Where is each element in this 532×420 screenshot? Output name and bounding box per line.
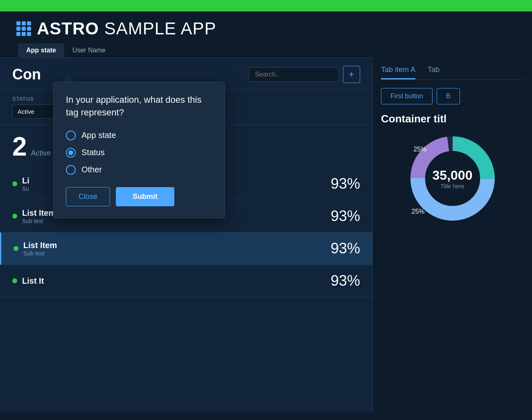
radio-label-app-state: App state [81, 131, 116, 140]
item-sub: Sub text [23, 250, 57, 257]
panel-title: Con [12, 66, 41, 83]
app-title-light: SAMPLE APP [99, 19, 216, 38]
item-value: 93% [331, 272, 360, 289]
item-title: Li [22, 176, 29, 185]
list-item[interactable]: List Item Sub text 93% [0, 233, 372, 265]
radio-item-status[interactable]: Status [66, 148, 212, 158]
donut-label-top: 25% [414, 146, 427, 153]
right-panel: Tab item A Tab First button B Container … [372, 57, 532, 413]
popup-question: In your application, what does this tag … [66, 94, 212, 119]
radio-group: App state Status Other [66, 131, 212, 175]
donut-label-bottom: 25% [412, 208, 425, 215]
right-tabs: Tab item A Tab [381, 65, 524, 80]
second-button[interactable]: B [437, 88, 460, 104]
add-button[interactable]: + [343, 66, 360, 83]
nav-tab-user-name[interactable]: User Name [64, 43, 114, 57]
item-sub: Sub text [22, 218, 56, 224]
item-value: 93% [331, 208, 360, 225]
radio-circle-app-state [66, 131, 76, 140]
status-dot-icon [12, 181, 17, 186]
radio-circle-status [66, 148, 76, 158]
main-content: Con + STATUS Active All Inactive ▼ [0, 57, 532, 413]
radio-item-app-state[interactable]: App state [66, 131, 212, 140]
donut-sublabel: Title here [433, 183, 473, 190]
radio-label-status: Status [81, 148, 105, 157]
header: ASTRO SAMPLE APP App state User Name [0, 11, 532, 57]
donut-center-values: 35,000 Title here [433, 168, 473, 190]
nav-tabs: App state User Name [18, 43, 516, 57]
popup-box: In your application, what does this tag … [53, 82, 225, 218]
status-dot-icon [14, 246, 18, 251]
close-button[interactable]: Close [66, 187, 110, 206]
popup-actions: Close Submit [66, 187, 212, 206]
radio-label-other: Other [81, 165, 102, 174]
list-item[interactable]: List It 93% [0, 265, 372, 297]
top-bar [0, 0, 532, 11]
item-sub: Su [22, 185, 29, 192]
radio-circle-other [66, 165, 76, 175]
item-title: List Item [22, 208, 56, 218]
stats-label: Active [31, 149, 51, 158]
tab-item-b[interactable]: Tab [428, 65, 440, 79]
nav-tab-app-state[interactable]: App state [18, 43, 64, 57]
first-button[interactable]: First button [381, 88, 433, 104]
container-title: Container titl [381, 113, 524, 125]
status-dot-icon [12, 278, 17, 283]
item-value: 93% [331, 175, 360, 192]
item-title: List It [22, 276, 44, 286]
donut-value: 35,000 [433, 168, 473, 183]
item-value: 93% [331, 240, 360, 257]
app-title-bold: ASTRO [37, 19, 99, 38]
donut-chart: 35,000 Title here 25% 25% [408, 133, 498, 224]
stats-number: 2 [12, 131, 27, 162]
grid-icon[interactable] [16, 21, 31, 36]
submit-button[interactable]: Submit [116, 187, 174, 206]
app-title: ASTRO SAMPLE APP [37, 19, 216, 38]
radio-item-other[interactable]: Other [66, 165, 212, 175]
status-dot-icon [12, 214, 17, 219]
title-row: ASTRO SAMPLE APP [16, 19, 516, 38]
right-buttons: First button B [381, 88, 524, 104]
item-title: List Item [23, 241, 57, 250]
search-add-row: + [249, 66, 360, 83]
tab-item-a[interactable]: Tab item A [381, 65, 415, 79]
search-input[interactable] [249, 67, 339, 82]
